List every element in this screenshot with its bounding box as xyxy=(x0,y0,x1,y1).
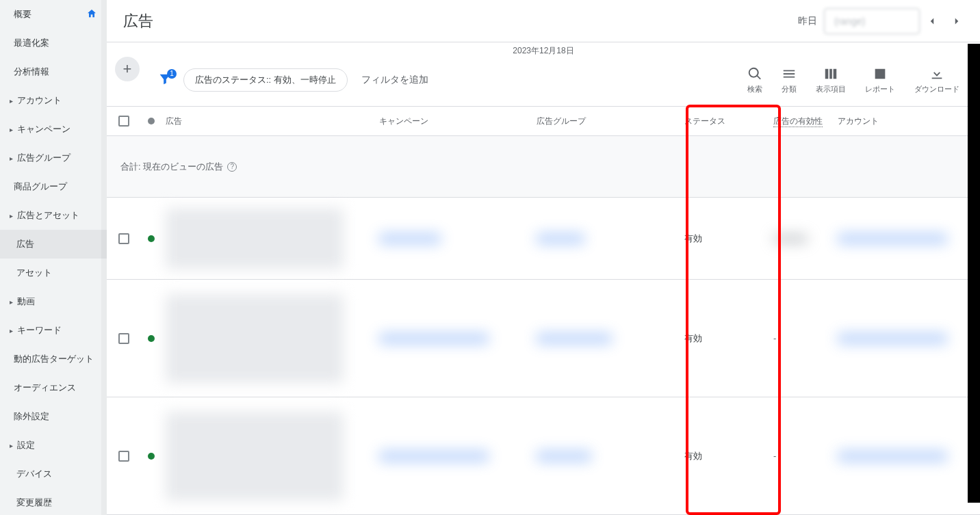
add-filter-button[interactable]: フィルタを追加 xyxy=(361,74,428,86)
sidebar-item-label: 商品グループ xyxy=(14,181,67,193)
tool-label: レポート xyxy=(865,84,895,94)
date-next-button[interactable] xyxy=(944,9,969,34)
row-status: 有効 xyxy=(679,233,768,245)
tool-label: ダウンロード xyxy=(914,84,959,94)
sidebar-item-label: 変更履歴 xyxy=(16,497,52,509)
sidebar-item-label: 広告グループ xyxy=(17,152,70,164)
campaign-link-redacted[interactable] xyxy=(379,451,489,462)
effectiveness-value: - xyxy=(773,451,776,461)
add-button[interactable]: + xyxy=(115,57,140,81)
sidebar: 概要 最適化案 分析情報 アカウント キャンペーン 広告グループ 商品グループ … xyxy=(0,0,107,515)
ad-preview-redacted[interactable] xyxy=(166,208,344,269)
tool-label: 表示項目 xyxy=(816,84,846,94)
campaign-link-redacted[interactable] xyxy=(379,233,441,244)
filter-badge: 1 xyxy=(167,69,177,79)
date-range-picker[interactable]: (range) xyxy=(824,8,920,34)
adgroup-link-redacted[interactable] xyxy=(537,233,584,244)
chevron-left-icon xyxy=(926,15,938,27)
sidebar-item-overview[interactable]: 概要 xyxy=(0,0,107,29)
segment-button[interactable]: 分類 xyxy=(782,66,797,94)
filter-chip-status[interactable]: 広告のステータス:: 有効、一時停止 xyxy=(183,68,348,92)
sidebar-item-label: 広告とアセット xyxy=(17,209,79,222)
download-icon xyxy=(929,66,944,81)
sidebar-item-devices[interactable]: デバイス xyxy=(0,460,107,488)
col-header-ad[interactable]: 広告 xyxy=(162,116,374,127)
sidebar-item-label: デバイス xyxy=(16,468,52,480)
sidebar-item-label: キャンペーン xyxy=(17,123,70,135)
adgroup-link-redacted[interactable] xyxy=(537,451,591,462)
main: 広告 昨日 (range) 2023年12月18日 + 1 広告のステータス::… xyxy=(107,0,980,515)
sidebar-item-label: アセット xyxy=(16,267,52,279)
filter-icon-button[interactable]: 1 xyxy=(157,72,172,89)
col-header-campaign[interactable]: キャンペーン xyxy=(374,116,531,127)
search-button[interactable]: 検索 xyxy=(747,66,762,94)
adgroup-link-redacted[interactable] xyxy=(537,333,612,344)
sidebar-item-exclusions[interactable]: 除外設定 xyxy=(0,402,107,431)
status-dot-icon xyxy=(148,235,155,242)
report-button[interactable]: レポート xyxy=(865,66,895,94)
tool-label: 検索 xyxy=(747,84,762,94)
sidebar-item-label: アカウント xyxy=(17,94,62,107)
sidebar-item-audiences[interactable]: オーディエンス xyxy=(0,373,107,402)
sidebar-item-video[interactable]: 動画 xyxy=(0,287,107,316)
sidebar-item-keywords[interactable]: キーワード xyxy=(0,316,107,345)
sidebar-item-label: 概要 xyxy=(14,8,31,21)
account-link-redacted[interactable] xyxy=(838,333,947,344)
table-row: 有効 - xyxy=(107,397,980,515)
sidebar-item-ads-assets[interactable]: 広告とアセット xyxy=(0,201,107,230)
tool-label: 分類 xyxy=(782,84,797,94)
col-header-effectiveness[interactable]: 広告の有効性 xyxy=(768,116,832,127)
col-header-effectiveness-label: 広告の有効性 xyxy=(773,116,823,127)
ad-preview-redacted[interactable] xyxy=(166,294,344,383)
sidebar-item-label: 動画 xyxy=(17,295,35,308)
campaign-link-redacted[interactable] xyxy=(379,333,489,344)
sidebar-item-insights[interactable]: 分析情報 xyxy=(0,57,107,86)
home-icon xyxy=(86,8,97,21)
sidebar-item-assets[interactable]: アセット xyxy=(0,259,107,287)
account-link-redacted[interactable] xyxy=(838,233,947,244)
status-dot-header-icon[interactable] xyxy=(148,118,155,124)
row-checkbox[interactable] xyxy=(118,451,129,462)
col-header-adgroup[interactable]: 広告グループ xyxy=(531,116,679,127)
sub-date: 2023年12月18日 xyxy=(107,42,980,60)
date-label: 昨日 xyxy=(798,15,817,27)
toolbar: + 1 広告のステータス:: 有効、一時停止 フィルタを追加 検索 分類 表示項… xyxy=(107,60,980,106)
col-header-account[interactable]: アカウント xyxy=(832,116,980,127)
row-checkbox[interactable] xyxy=(118,233,129,244)
sidebar-item-ads[interactable]: 広告 xyxy=(0,230,107,259)
effectiveness-value: - xyxy=(773,333,776,343)
download-button[interactable]: ダウンロード xyxy=(914,66,959,94)
sidebar-item-product-groups[interactable]: 商品グループ xyxy=(0,172,107,201)
sidebar-item-label: 除外設定 xyxy=(14,410,49,423)
row-checkbox[interactable] xyxy=(118,333,129,344)
table-total-row: 合計: 現在のビューの広告 ? xyxy=(107,136,980,198)
col-header-status[interactable]: ステータス xyxy=(679,116,768,127)
columns-button[interactable]: 表示項目 xyxy=(816,66,846,94)
columns-icon xyxy=(823,66,838,81)
sidebar-item-label: 最適化案 xyxy=(14,37,49,49)
row-status: 有効 xyxy=(679,332,768,345)
account-link-redacted[interactable] xyxy=(838,451,947,462)
date-prev-button[interactable] xyxy=(920,9,944,34)
sidebar-scrollbar[interactable] xyxy=(101,0,107,515)
checkbox-all[interactable] xyxy=(118,116,129,127)
sidebar-item-label: キーワード xyxy=(17,324,62,336)
sidebar-item-label: 広告 xyxy=(16,238,34,250)
sidebar-item-label: オーディエンス xyxy=(14,382,76,394)
sidebar-item-campaigns[interactable]: キャンペーン xyxy=(0,115,107,144)
ad-preview-redacted[interactable] xyxy=(166,412,344,501)
sidebar-item-dynamic-targets[interactable]: 動的広告ターゲット xyxy=(0,345,107,373)
sidebar-item-settings[interactable]: 設定 xyxy=(0,431,107,460)
sidebar-item-change-history[interactable]: 変更履歴 xyxy=(0,488,107,515)
sidebar-item-label: 動的広告ターゲット xyxy=(14,353,94,365)
table-row: 有効 xyxy=(107,198,980,280)
status-dot-icon xyxy=(148,453,155,460)
right-black-strip xyxy=(968,44,980,503)
effectiveness-redacted xyxy=(773,234,808,243)
plus-icon: + xyxy=(123,60,132,78)
sidebar-item-account[interactable]: アカウント xyxy=(0,86,107,115)
sidebar-item-adgroups[interactable]: 広告グループ xyxy=(0,144,107,172)
sidebar-item-recommendations[interactable]: 最適化案 xyxy=(0,29,107,57)
help-icon[interactable]: ? xyxy=(227,162,237,172)
report-icon xyxy=(873,66,888,81)
